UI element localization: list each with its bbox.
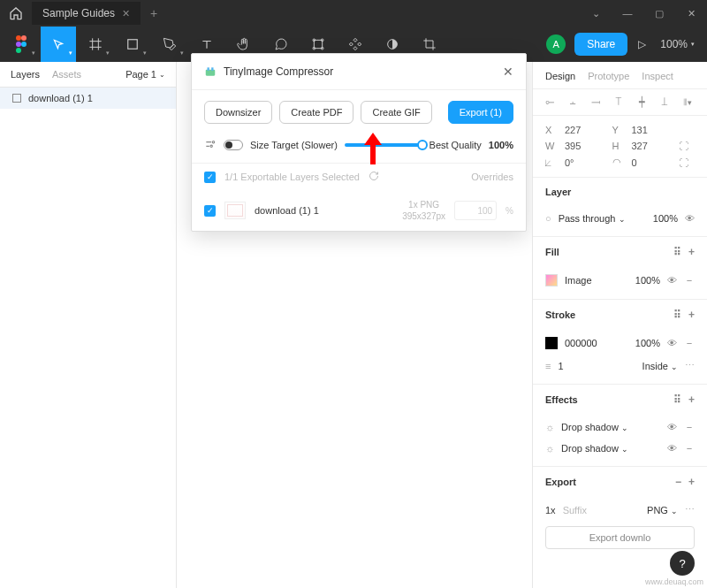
slider-thumb[interactable]: [417, 140, 428, 150]
close-modal-button[interactable]: ✕: [503, 65, 513, 79]
stroke-visibility-icon[interactable]: 👁: [667, 338, 677, 348]
export-button[interactable]: Export (1): [448, 101, 513, 124]
zoom-value: 100%: [660, 38, 688, 50]
export-suffix-input[interactable]: Suffix: [563, 505, 640, 515]
home-icon[interactable]: [0, 6, 32, 20]
panel-export-button[interactable]: Export downlo: [545, 526, 695, 549]
h-input[interactable]: 327: [632, 141, 673, 151]
share-button[interactable]: Share: [574, 33, 627, 56]
alignment-controls: ⟜ ⫠ ⟞ ⟙ ┿ ⟘ ⦀▾: [533, 89, 707, 116]
constrain-proportions-icon[interactable]: ⛶: [679, 141, 695, 151]
file-tab-label: Sample Guides: [42, 7, 115, 19]
fill-opacity-input[interactable]: 100%: [635, 275, 660, 286]
remove-export-button[interactable]: −: [675, 476, 681, 488]
remove-stroke-button[interactable]: −: [684, 338, 695, 348]
present-button[interactable]: ▷: [638, 38, 646, 50]
stroke-advanced-icon[interactable]: ⋯: [685, 360, 695, 371]
rectangle-tool[interactable]: ▾: [115, 27, 150, 62]
remove-effect-button[interactable]: −: [684, 422, 695, 432]
svg-rect-5: [128, 40, 138, 50]
stroke-weight-icon: ≡: [545, 361, 551, 371]
prototype-tab[interactable]: Prototype: [588, 71, 629, 81]
rotation-input[interactable]: 0°: [565, 157, 605, 168]
add-fill-button[interactable]: +: [688, 246, 695, 258]
add-effect-button[interactable]: +: [688, 393, 695, 406]
stroke-style-icon[interactable]: ⠿: [673, 309, 681, 321]
layer-opacity-input[interactable]: 100%: [653, 213, 678, 224]
user-avatar[interactable]: A: [546, 34, 566, 54]
pen-tool[interactable]: ▾: [152, 27, 187, 62]
stroke-weight-input[interactable]: 1: [558, 361, 563, 371]
minimize-button[interactable]: —: [612, 8, 643, 19]
maximize-button[interactable]: ▢: [643, 8, 675, 19]
tinyimage-modal: TinyImage Compressor ✕ Downsizer Create …: [191, 53, 527, 232]
page-selector[interactable]: Page 1⌄: [125, 69, 165, 80]
effect-icon[interactable]: ☼: [545, 422, 554, 432]
x-label: X: [545, 125, 558, 135]
w-input[interactable]: 395: [565, 141, 605, 151]
select-all-checkbox[interactable]: ✓: [204, 172, 216, 183]
export-percent-input[interactable]: 100: [454, 201, 497, 220]
figma-menu-icon[interactable]: ▾: [4, 27, 39, 62]
corner-input[interactable]: 0: [632, 157, 673, 168]
frame-tool[interactable]: ▾: [78, 27, 113, 62]
style-icon[interactable]: ⠿: [673, 246, 681, 258]
stroke-opacity-input[interactable]: 100%: [635, 338, 660, 348]
align-right-icon[interactable]: ⟞: [588, 96, 604, 108]
fill-visibility-icon[interactable]: 👁: [667, 275, 677, 286]
quality-slider[interactable]: [345, 143, 422, 147]
add-stroke-button[interactable]: +: [688, 309, 695, 321]
add-export-button[interactable]: +: [688, 476, 695, 488]
effect-visibility-icon[interactable]: 👁: [667, 422, 677, 432]
image-layer-icon: [12, 94, 21, 103]
export-format-select[interactable]: PNG ⌄: [647, 505, 678, 515]
new-tab-button[interactable]: +: [141, 6, 167, 20]
distribute-icon[interactable]: ⦀▾: [680, 96, 696, 108]
effect-icon[interactable]: ☼: [545, 443, 554, 454]
effects-style-icon[interactable]: ⠿: [673, 393, 681, 406]
blend-mode-icon: ○: [545, 213, 551, 224]
remove-effect-button[interactable]: −: [684, 443, 695, 454]
move-tool[interactable]: ▾: [41, 27, 76, 62]
fill-type[interactable]: Image: [565, 275, 592, 286]
export-settings-icon[interactable]: ⋯: [685, 504, 695, 515]
inspect-tab[interactable]: Inspect: [642, 71, 673, 81]
create-pdf-button[interactable]: Create PDF: [279, 101, 354, 124]
settings-icon[interactable]: [204, 138, 217, 152]
help-button[interactable]: ?: [670, 551, 695, 576]
align-top-icon[interactable]: ⟙: [611, 96, 627, 108]
align-vcenter-icon[interactable]: ┿: [634, 96, 650, 108]
align-bottom-icon[interactable]: ⟘: [657, 96, 673, 108]
size-target-toggle[interactable]: [224, 140, 243, 150]
stroke-swatch[interactable]: [545, 337, 558, 349]
close-tab-icon[interactable]: ✕: [122, 8, 130, 19]
x-input[interactable]: 227: [565, 125, 605, 135]
stroke-align-select[interactable]: Inside ⌄: [642, 361, 678, 371]
effect-select[interactable]: Drop shadow ⌄: [561, 422, 628, 432]
visibility-icon[interactable]: 👁: [685, 213, 695, 224]
chevron-down-icon[interactable]: ⌄: [580, 8, 612, 19]
stroke-hex-input[interactable]: 000000: [565, 338, 597, 348]
export-scale-select[interactable]: 1x: [545, 505, 556, 515]
downsizer-button[interactable]: Downsizer: [204, 101, 272, 124]
file-tab[interactable]: Sample Guides ✕: [32, 2, 141, 25]
create-gif-button[interactable]: Create GIF: [361, 101, 431, 124]
layer-row[interactable]: download (1) 1: [0, 88, 176, 109]
align-left-icon[interactable]: ⟜: [542, 96, 558, 108]
close-window-button[interactable]: ✕: [675, 8, 707, 19]
effect-visibility-icon[interactable]: 👁: [667, 443, 677, 454]
align-hcenter-icon[interactable]: ⫠: [565, 96, 581, 108]
effect-select[interactable]: Drop shadow ⌄: [561, 443, 628, 454]
fill-swatch[interactable]: [545, 274, 558, 286]
remove-fill-button[interactable]: −: [684, 275, 695, 286]
blend-mode-select[interactable]: Pass through ⌄: [559, 213, 626, 224]
layer-checkbox[interactable]: ✓: [204, 205, 216, 217]
y-input[interactable]: 131: [632, 125, 673, 135]
design-tab[interactable]: Design: [545, 71, 575, 81]
independent-corners-icon[interactable]: ⛶: [679, 157, 695, 168]
percent-symbol: %: [506, 206, 513, 216]
zoom-dropdown[interactable]: 100%▾: [660, 38, 695, 50]
assets-tab[interactable]: Assets: [52, 69, 81, 80]
layers-tab[interactable]: Layers: [11, 69, 40, 80]
refresh-icon[interactable]: [369, 171, 379, 183]
